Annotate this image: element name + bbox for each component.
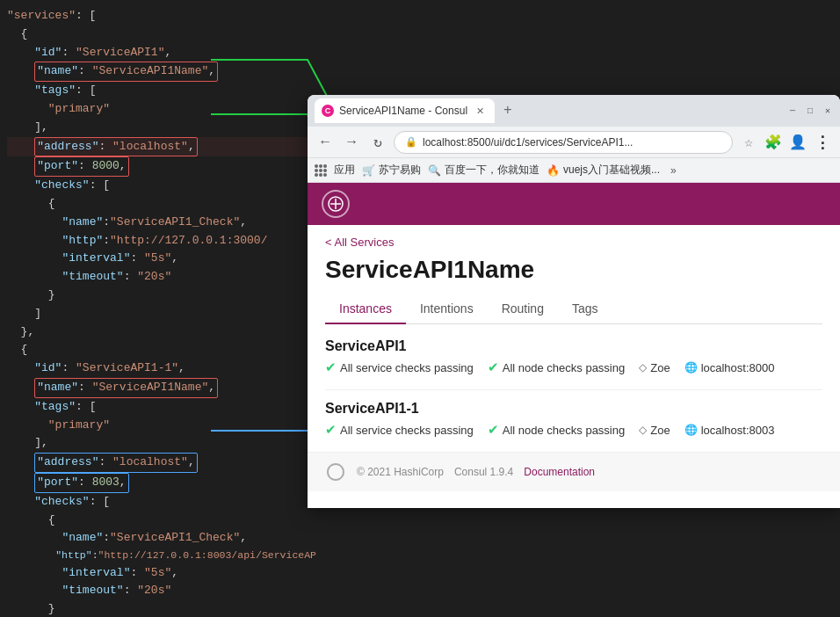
refresh-button[interactable]: ↻ xyxy=(367,134,388,151)
host-label-1: localhost:8000 xyxy=(701,361,775,374)
code-line: { xyxy=(7,25,316,44)
node-check-green-icon: ✔ xyxy=(488,359,499,375)
node-check-label-1: All node checks passing xyxy=(503,361,625,374)
browser-window: C ServiceAPI1Name - Consul ✕ + ─ □ ✕ ← →… xyxy=(308,95,840,508)
code-line: ], xyxy=(7,434,316,453)
code-line: "http":"http://127.0.0.1:3000/ xyxy=(7,232,316,250)
node-check-green-icon-2: ✔ xyxy=(488,422,499,438)
code-line: ], xyxy=(7,119,316,137)
code-line: "name":"ServiceAPI1_Check", xyxy=(7,214,316,232)
toolbar-icons: ☆ 🧩 👤 ⋮ xyxy=(738,133,833,152)
code-editor: "services": [ { "id": "ServiceAPI1", "na… xyxy=(0,0,316,617)
check-green-icon: ✔ xyxy=(325,359,337,375)
service-title: ServiceAPI1Name xyxy=(325,256,822,284)
zone-1: ◇ Zoe xyxy=(639,361,670,374)
tab-tags[interactable]: Tags xyxy=(558,294,612,324)
browser-titlebar: C ServiceAPI1Name - Consul ✕ + ─ □ ✕ xyxy=(308,95,840,127)
service-check-passing-2: ✔ All service checks passing xyxy=(325,422,474,438)
code-line: "primary" xyxy=(7,417,316,435)
back-button[interactable]: ← xyxy=(315,134,336,150)
code-line: "interval": "5s", xyxy=(7,564,316,583)
zone-label-2: Zoe xyxy=(650,424,670,437)
code-line: "checks": [ xyxy=(7,177,316,195)
footer-docs[interactable]: Documentation xyxy=(524,466,595,478)
consul-content: < All Services ServiceAPI1Name Instances… xyxy=(308,225,840,438)
breadcrumb[interactable]: < All Services xyxy=(325,236,822,249)
code-line: "http":"http://127.0.0.1:8003/api/Servic… xyxy=(7,548,316,563)
bookmark-baidu[interactable]: 🔍 百度一下，你就知道 xyxy=(428,163,539,178)
service-check-label-1: All service checks passing xyxy=(340,361,474,374)
host-label-2: localhost:8003 xyxy=(701,424,775,437)
code-line: "timeout": "20s" xyxy=(7,268,316,287)
consul-logo xyxy=(322,190,350,218)
code-line-name-2: "name": "ServiceAPI1Name", xyxy=(7,378,316,398)
window-controls: ─ □ ✕ xyxy=(787,105,833,116)
consul-footer: © 2021 HashiCorp Consul 1.9.4 Documentat… xyxy=(308,452,840,491)
code-line: ] xyxy=(7,305,316,323)
tab-intentions[interactable]: Intentions xyxy=(406,294,488,324)
node-check-passing-1: ✔ All node checks passing xyxy=(488,359,625,375)
profile-icon[interactable]: 👤 xyxy=(787,134,808,151)
address-bar[interactable]: 🔒 localhost:8500/ui/dc1/services/Service… xyxy=(394,131,733,154)
url-text: localhost:8500/ui/dc1/services/ServiceAP… xyxy=(423,136,633,149)
forward-button[interactable]: → xyxy=(341,134,362,150)
tab-title: ServiceAPI1Name - Consul xyxy=(339,105,467,117)
service-checks-1: ✔ All service checks passing ✔ All node … xyxy=(325,359,822,375)
bookmark-apps[interactable]: 应用 xyxy=(334,163,355,178)
code-line: "id": "ServiceAPI1-1", xyxy=(7,359,316,378)
check-green-icon-2: ✔ xyxy=(325,422,337,438)
diamond-icon-2: ◇ xyxy=(639,424,647,436)
service-divider xyxy=(325,389,822,390)
browser-addressbar: ← → ↻ 🔒 localhost:8500/ui/dc1/services/S… xyxy=(308,127,840,158)
code-line-port-1: "port": 8000, xyxy=(7,156,316,177)
bookmarks-bar: 应用 🛒 苏宁易购 🔍 百度一下，你就知道 🔥 vuejs入门基础视频... » xyxy=(308,158,840,183)
code-line: }, xyxy=(7,323,316,342)
code-line: "timeout": "20s" xyxy=(7,582,316,600)
code-line: { xyxy=(7,512,316,530)
diamond-icon: ◇ xyxy=(639,361,647,374)
maximize-button[interactable]: □ xyxy=(805,105,815,116)
bookmark-sny[interactable]: 🛒 苏宁易购 xyxy=(362,163,421,178)
bookmark-star-icon[interactable]: ☆ xyxy=(738,134,759,151)
service-item-1: ServiceAPI1 ✔ All service checks passing… xyxy=(325,338,822,375)
menu-icon[interactable]: ⋮ xyxy=(812,133,833,152)
minimize-button[interactable]: ─ xyxy=(787,105,798,116)
tab-close-button[interactable]: ✕ xyxy=(476,105,484,117)
service-tabs: Instances Intentions Routing Tags xyxy=(325,294,822,324)
service-checks-2: ✔ All service checks passing ✔ All node … xyxy=(325,422,822,438)
breadcrumb-back[interactable]: < All Services xyxy=(325,236,394,249)
code-line: "interval": "5s", xyxy=(7,250,316,268)
zone-label-1: Zoe xyxy=(650,361,670,374)
globe-icon-1: 🌐 xyxy=(684,361,698,374)
hashicorp-logo xyxy=(325,461,346,483)
node-check-passing-2: ✔ All node checks passing xyxy=(488,422,625,438)
tab-routing[interactable]: Routing xyxy=(488,294,558,324)
bookmarks-more[interactable]: » xyxy=(670,164,677,177)
extensions-icon[interactable]: 🧩 xyxy=(763,134,784,151)
bookmark-vue[interactable]: 🔥 vuejs入门基础视频... xyxy=(547,163,660,178)
consul-app: < All Services ServiceAPI1Name Instances… xyxy=(308,183,840,508)
code-line: } xyxy=(7,287,316,305)
code-line: "services": [ xyxy=(7,7,316,25)
service-item-2: ServiceAPI1-1 ✔ All service checks passi… xyxy=(325,401,822,438)
code-line-port-2: "port": 8003, xyxy=(7,473,316,493)
code-line-address-1: "address": "localhost", xyxy=(7,137,316,157)
consul-header xyxy=(308,183,840,225)
apps-icon[interactable] xyxy=(315,164,327,177)
service-id-1[interactable]: ServiceAPI1 xyxy=(325,338,822,354)
host-2: 🌐 localhost:8003 xyxy=(684,424,775,437)
close-button[interactable]: ✕ xyxy=(822,105,833,116)
code-line: "tags": [ xyxy=(7,398,316,417)
code-line: "primary" xyxy=(7,100,316,119)
service-id-2[interactable]: ServiceAPI1-1 xyxy=(325,401,822,417)
code-line: "id": "ServiceAPI1", xyxy=(7,44,316,62)
tab-instances[interactable]: Instances xyxy=(325,294,406,324)
zone-2: ◇ Zoe xyxy=(639,424,670,437)
service-check-label-2: All service checks passing xyxy=(340,424,474,437)
code-line-name-1: "name": "ServiceAPI1Name", xyxy=(7,62,316,82)
code-line: "checks": [ xyxy=(7,493,316,512)
new-tab-button[interactable]: + xyxy=(503,103,512,119)
service-check-passing-1: ✔ All service checks passing xyxy=(325,359,474,375)
browser-tab[interactable]: C ServiceAPI1Name - Consul ✕ xyxy=(315,98,495,123)
footer-copyright: © 2021 HashiCorp xyxy=(357,466,444,478)
